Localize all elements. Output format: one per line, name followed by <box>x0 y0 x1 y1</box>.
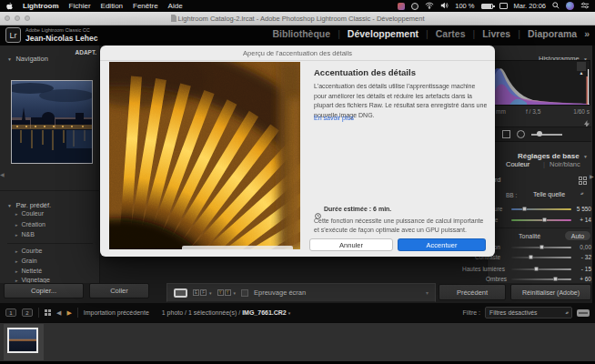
previous-button[interactable]: Précédent <box>439 284 506 300</box>
crop-tool-icon[interactable] <box>502 130 510 138</box>
filter-toggle-switch[interactable] <box>577 309 590 317</box>
module-picker: Bibliothèque| Développement| Cartes| Liv… <box>273 28 590 39</box>
siri-icon[interactable] <box>566 2 574 10</box>
spotlight-search-icon[interactable] <box>552 2 560 11</box>
display-icon[interactable] <box>499 3 508 9</box>
white-balance-value[interactable]: Telle quelle <box>533 191 565 197</box>
right-panel-collapse-icon[interactable]: ▶ <box>590 173 594 179</box>
tint-value[interactable]: + 14 <box>551 217 591 223</box>
disclosure-right-icon: ► <box>15 212 18 217</box>
menu-aide[interactable]: Aide <box>168 0 183 12</box>
contrast-slider-knob[interactable] <box>529 255 533 259</box>
preset-group-vignetage[interactable]: ►Vignetage <box>15 277 50 283</box>
menubar-clock[interactable]: Mar. 20:06 <box>514 2 546 10</box>
preset-group-creation[interactable]: ►Création <box>15 221 45 228</box>
status-circle-icon[interactable] <box>411 3 419 10</box>
filmstrip-selection[interactable]: 1 photo / 1 sélectionnée(s) / IMG_7661.C… <box>162 309 290 316</box>
chevron-down-icon: ▾ <box>234 290 237 296</box>
disclosure-triangle-icon: ▼ <box>7 56 12 62</box>
identity-plate-app-name: Adobe Lightroom Classic CC <box>25 27 90 33</box>
paste-settings-button[interactable]: Coller <box>89 283 149 298</box>
filmstrip-thumbnail[interactable] <box>7 328 38 353</box>
learn-more-link[interactable]: En savoir plus <box>314 115 354 121</box>
tab-couleur[interactable]: Couleur <box>506 160 529 168</box>
grid-view-icon[interactable] <box>45 309 51 316</box>
lightroom-app-window: Lightroom Fichier Edition Fenêtre Aide 1… <box>0 0 595 364</box>
left-panel-collapse-icon[interactable]: ◀ <box>0 171 5 177</box>
tab-separator: | <box>543 160 545 168</box>
chevron-down-icon: ▾ <box>288 310 291 316</box>
wifi-icon[interactable] <box>425 2 434 11</box>
dialog-title: Aperçu de l'accentuation des détails <box>100 49 495 57</box>
previous-photo-icon[interactable]: ◀ <box>56 309 61 317</box>
filter-label: Filtre : <box>463 309 480 316</box>
menu-fichier[interactable]: Fichier <box>69 0 91 12</box>
preset-group-grain[interactable]: ►Grain <box>15 258 37 264</box>
adjustment-slider-knob-icon[interactable] <box>537 131 542 136</box>
control-center-icon[interactable] <box>580 2 590 11</box>
zoom-mode-adapt[interactable]: ADAPT. <box>60 49 96 56</box>
module-developpement[interactable]: Développement <box>348 28 419 39</box>
loupe-view-icon[interactable] <box>174 288 187 298</box>
module-bibliotheque[interactable]: Bibliothèque <box>273 28 331 39</box>
enhance-button[interactable]: Accentuer <box>398 238 486 251</box>
temperature-slider-knob[interactable] <box>522 207 527 211</box>
highlights-value[interactable]: - 15 <box>551 266 591 272</box>
filmstrip <box>0 322 595 361</box>
menu-lightroom[interactable]: Lightroom <box>23 0 59 12</box>
exposure-slider-knob[interactable] <box>540 245 544 249</box>
document-icon <box>171 15 176 22</box>
tint-slider-knob[interactable] <box>542 217 547 222</box>
preset-group-courbe[interactable]: ►Courbe <box>15 248 42 254</box>
contrast-value[interactable]: - 32 <box>551 254 591 260</box>
before-after-split-icon[interactable]: YY▾ <box>217 289 237 296</box>
main-window-button[interactable]: 1 <box>5 308 16 317</box>
toolbar-options-chevron-icon[interactable]: ▾ <box>426 289 429 296</box>
exposure-value[interactable]: 0,00 <box>551 244 591 250</box>
next-photo-icon[interactable]: ▶ <box>66 309 71 317</box>
identity-plate-user-name: Jean-Nicolas Lehec <box>25 34 97 43</box>
enhance-preview-image[interactable]: Avec accentuation <box>109 62 300 249</box>
apple-icon[interactable] <box>5 2 13 10</box>
preset-group-nb[interactable]: ►N&B <box>15 231 35 238</box>
tab-noir-blanc[interactable]: Noir/blanc <box>550 160 580 168</box>
copy-settings-button[interactable]: Copier... <box>4 283 84 298</box>
before-after-left-right-icon[interactable]: EF▾ <box>193 289 212 296</box>
disclosure-triangle-icon: ▼ <box>7 203 12 208</box>
auto-tone-button[interactable]: Auto <box>564 230 591 241</box>
white-balance-sort-icon[interactable]: ▴▾ <box>580 191 583 196</box>
soft-proof-checkbox[interactable] <box>241 289 248 297</box>
profile-browser-grid-icon[interactable] <box>579 177 587 185</box>
cancel-button[interactable]: Annuler <box>309 238 393 251</box>
preset-group-nettete[interactable]: ►Netteté <box>15 268 42 274</box>
tone-section-label: Tonalité <box>519 233 540 239</box>
highlight-clipping-indicator-icon[interactable]: ▲ <box>577 62 586 71</box>
temperature-value[interactable]: 5 550 <box>551 206 591 212</box>
module-diaporama[interactable]: Diaporama <box>528 28 577 39</box>
estimated-time-label: Durée estimée : 6 min. <box>324 206 391 212</box>
presets-panel-header[interactable]: ▼ Par. prédéf. <box>7 195 51 211</box>
app-status-icon[interactable] <box>398 3 405 10</box>
preset-group-couleur[interactable]: ►Couleur <box>15 210 44 217</box>
histogram[interactable] <box>492 60 590 106</box>
chevron-down-icon: ▾ <box>209 290 212 296</box>
menu-edition[interactable]: Edition <box>101 0 123 12</box>
filmstrip-source[interactable]: Importation précédente <box>84 309 149 316</box>
spot-removal-tool-icon[interactable] <box>517 130 525 138</box>
filter-dropdown[interactable]: Filtres désactivés▴▾ <box>485 307 572 318</box>
reset-button[interactable]: Réinitialiser (Adobe) <box>510 284 591 300</box>
module-livres[interactable]: Livres <box>482 28 510 39</box>
module-overflow-icon[interactable]: » <box>584 28 590 39</box>
volume-icon[interactable] <box>440 2 449 11</box>
shadows-value[interactable]: + 60 <box>551 276 591 282</box>
disclosure-right-icon: ► <box>15 233 18 238</box>
navigator-preview[interactable] <box>11 80 93 164</box>
menu-fenetre[interactable]: Fenêtre <box>133 0 158 12</box>
battery-icon <box>481 4 493 9</box>
navigation-panel-header[interactable]: ▼ Navigation <box>7 48 48 65</box>
module-cartes[interactable]: Cartes <box>436 28 466 39</box>
highlights-slider-knob[interactable] <box>534 267 539 271</box>
dialog-heading: Accentuation des détails <box>314 67 416 77</box>
second-window-button[interactable]: 2 <box>22 308 33 317</box>
enhance-details-dialog: Aperçu de l'accentuation des détails <box>100 46 495 257</box>
